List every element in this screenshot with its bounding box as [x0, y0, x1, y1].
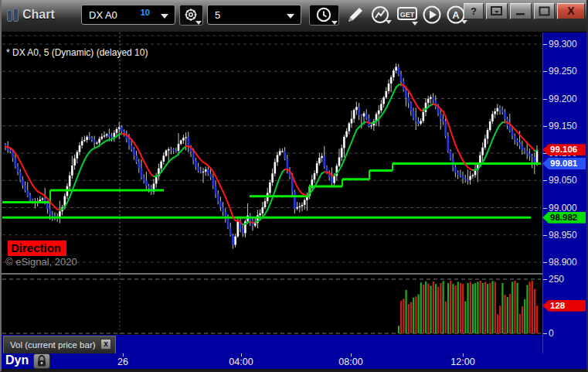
candle-body — [442, 119, 444, 121]
ma-line-segment — [277, 177, 280, 183]
settings-button[interactable] — [179, 5, 203, 26]
candle-body — [121, 127, 123, 131]
volume-bar — [522, 306, 523, 333]
candle-body — [299, 206, 301, 207]
candle-body — [71, 166, 73, 176]
volume-bar — [462, 284, 464, 333]
symbol-badge: 10 — [141, 8, 150, 17]
volume-bar — [532, 281, 533, 333]
ma-line-segment — [220, 186, 223, 192]
candle-body — [242, 229, 244, 234]
candle-body — [469, 176, 471, 180]
volume-bar — [472, 284, 474, 333]
chevron-down-icon — [331, 21, 338, 25]
close-button[interactable]: X — [557, 3, 585, 19]
candle-body — [212, 177, 215, 186]
candle-body — [363, 114, 365, 117]
candle-body — [365, 114, 368, 119]
volume-bar — [497, 314, 498, 333]
candle-body — [314, 173, 316, 179]
candle-body — [430, 97, 432, 99]
volume-bar — [477, 282, 478, 333]
help-button[interactable]: ? — [464, 3, 484, 19]
volume-bar — [480, 281, 481, 333]
volume-bar — [507, 297, 508, 333]
candle-body — [499, 108, 501, 110]
time-template-button[interactable] — [309, 5, 339, 26]
chart-legend: * DX A0, 5 (Dynamic) (delayed 10) — [6, 47, 148, 58]
candle-body — [472, 175, 474, 176]
minimize-button[interactable] — [510, 3, 532, 19]
candle-body — [222, 207, 224, 212]
get-button[interactable]: GET — [396, 5, 419, 26]
time-axis[interactable]: 2604:0008:0012:00 — [2, 353, 588, 369]
candle-body — [378, 111, 380, 114]
time-axis-tick — [123, 353, 124, 357]
volume-bar — [524, 299, 525, 333]
candle-body — [76, 152, 79, 159]
candle-body — [17, 166, 19, 172]
candle-body — [215, 186, 217, 194]
svg-text:GET: GET — [400, 11, 415, 19]
candle-body — [331, 177, 333, 183]
interval-dropdown[interactable]: 5 — [207, 5, 301, 25]
candle-body — [294, 192, 296, 209]
time-axis-label: 08:00 — [334, 357, 368, 367]
volume-bar — [457, 282, 459, 333]
candle-body — [432, 97, 434, 101]
volume-bar — [430, 285, 432, 333]
tab-volume-study[interactable]: Vol (current price bar) x — [3, 336, 116, 353]
ma-line-segment — [18, 157, 20, 162]
candle-body — [27, 191, 29, 196]
candle-body — [407, 97, 410, 103]
volume-bar — [489, 283, 491, 333]
volume-bar — [501, 283, 503, 333]
candle-body — [481, 148, 484, 155]
interval-value: 5 — [215, 9, 220, 21]
candle-body — [413, 111, 415, 118]
candle-body — [370, 125, 372, 126]
candle-body — [128, 139, 131, 145]
chevron-down-icon — [161, 14, 168, 19]
candle-body — [271, 173, 274, 183]
volume-bar — [536, 305, 538, 333]
watermark: © eSignal, 2020 — [5, 256, 77, 268]
candle-body — [29, 196, 32, 200]
indicator-button[interactable] — [369, 5, 393, 26]
candle-body — [304, 200, 306, 205]
ma-line-segment — [461, 155, 463, 160]
candle-body — [237, 221, 240, 236]
pencil-icon — [345, 5, 365, 26]
candle-body — [217, 194, 219, 201]
maximize-button[interactable] — [534, 3, 555, 19]
price-chart-pane[interactable] — [2, 32, 542, 273]
candle-body — [155, 176, 158, 184]
symbol-dropdown[interactable]: DX A0 10 — [81, 5, 175, 25]
draw-button[interactable] — [345, 5, 365, 26]
volume-bar — [400, 301, 402, 333]
candle-body — [262, 207, 264, 213]
candle-body — [116, 129, 118, 133]
volume-pane[interactable] — [2, 275, 542, 335]
volume-bar — [408, 304, 410, 333]
ma-line-segment — [492, 134, 495, 139]
price-chart-canvas — [2, 32, 542, 273]
lock-button[interactable] — [33, 353, 50, 369]
candle-body — [165, 151, 168, 156]
candle-body — [195, 160, 197, 166]
dyn-mode-label: Dyn — [5, 353, 29, 367]
popout-button[interactable] — [486, 3, 508, 19]
close-icon[interactable]: x — [100, 339, 111, 350]
candle-body — [467, 179, 469, 180]
candle-body — [163, 155, 165, 161]
price-axis-label: 98.900 — [549, 257, 577, 268]
candle-body — [512, 131, 514, 136]
time-axis-tick — [463, 353, 464, 357]
play-button[interactable] — [422, 5, 443, 26]
title-bar[interactable]: Chart DX A0 10 5 — [2, 0, 586, 32]
candle-body — [343, 137, 345, 148]
candle-body — [509, 125, 512, 131]
ma-line-segment — [448, 123, 450, 130]
volume-bar — [509, 294, 511, 333]
price-axis-label: 99.050 — [549, 175, 577, 186]
